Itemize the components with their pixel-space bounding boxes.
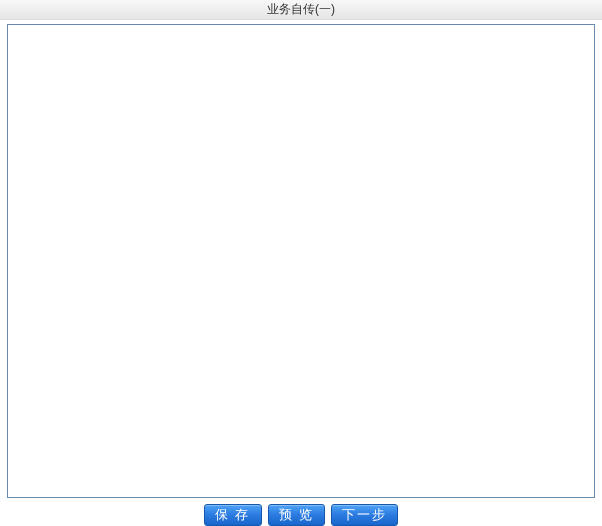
page-title: 业务自传(一) xyxy=(267,1,335,18)
header-bar: 业务自传(一) xyxy=(0,0,602,20)
save-button[interactable]: 保 存 xyxy=(204,504,262,526)
content-editor[interactable] xyxy=(7,24,595,498)
next-button[interactable]: 下一步 xyxy=(331,504,398,526)
preview-button[interactable]: 预 览 xyxy=(268,504,326,526)
button-bar: 保 存 预 览 下一步 xyxy=(0,498,602,526)
